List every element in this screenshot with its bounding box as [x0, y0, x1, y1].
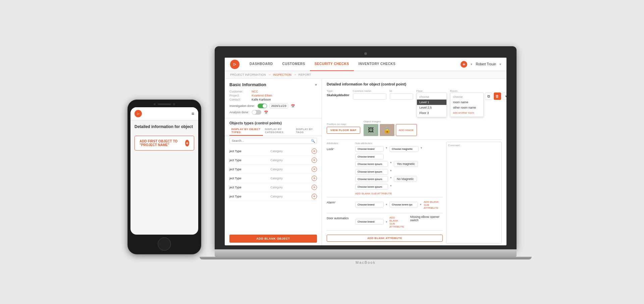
tab-tags[interactable]: DISPLAY BY TAGS — [294, 126, 317, 136]
list-item: ject Type Category + — [229, 192, 317, 201]
add-image-button[interactable]: ADD IMAGE — [396, 124, 417, 136]
investigation-row: Investigation done: 2020/11/23 📅 — [229, 103, 317, 109]
image-thumb-2[interactable]: 🔒 — [380, 124, 394, 136]
floor-option-level25[interactable]: Level 2,5 — [417, 105, 446, 110]
objects-section: Objects types (control points) DISPLAY B… — [225, 118, 322, 245]
expand-icon[interactable]: ▾ — [502, 93, 506, 100]
investigation-toggle[interactable] — [258, 104, 267, 108]
room-option-choose[interactable]: choose — [450, 94, 483, 100]
image-thumb-1[interactable]: 🖼 — [364, 124, 378, 136]
floor-dropdown[interactable]: choose Level 1 Level 2,5 Floor 3 — [417, 93, 447, 117]
alarm-lorem-select[interactable]: Choose lorem ipsum — [389, 202, 418, 207]
phone-home-button[interactable] — [158, 237, 171, 251]
images-row: 🖼 🔒 ADD IMAGE — [364, 124, 417, 136]
phone-camera — [154, 103, 156, 105]
date-field[interactable]: 2020/11/23 — [270, 103, 288, 109]
nav-add-button[interactable]: + — [461, 61, 467, 68]
floor-option-choose[interactable]: choose — [417, 94, 446, 100]
lock-lorem-select3[interactable]: Choose lorem ipsum — [355, 184, 388, 190]
laptop-camera — [364, 52, 367, 55]
basic-info-section: Basic Information ▾ Customer: NCC Projec… — [225, 79, 322, 118]
tab-object-types[interactable]: DISPLAY BY OBJECT TYPES — [229, 126, 263, 136]
list-item: ject Type Category + — [229, 156, 317, 165]
obj-type: ject Type — [229, 149, 241, 153]
analysis-toggle[interactable] — [252, 110, 261, 115]
room-option-other-room[interactable]: other room name — [450, 105, 483, 110]
project-value: Kvarteret Elken — [252, 94, 272, 97]
obj-cat: Category — [270, 168, 283, 171]
floor-option-level1[interactable]: Level 1 — [417, 100, 446, 105]
obj-add-icon[interactable]: + — [312, 148, 317, 154]
phone-logo-icon: ▷ — [135, 110, 142, 117]
nav-customers[interactable]: CUSTOMERS — [278, 58, 310, 71]
common-name-input[interactable] — [353, 94, 386, 100]
calendar-icon[interactable]: 📅 — [291, 104, 295, 108]
attr-name-alarm: Alarm — [327, 199, 352, 204]
obj-add-icon[interactable]: + — [312, 185, 317, 190]
lock-brand3-select[interactable]: Choose lorem ipsum — [355, 169, 388, 175]
floor-map-button[interactable]: VIEW FLOOR MAP — [327, 127, 360, 134]
collapse-icon[interactable]: ▾ — [315, 82, 317, 87]
breadcrumb-report[interactable]: REPORT — [299, 73, 311, 76]
door-comment: Missing elbow opener switch — [410, 215, 443, 222]
tab-categories[interactable]: DISPLAY BY CATEGORIES — [263, 126, 294, 136]
lock-lorem-select2[interactable]: Choose lorem ipsum — [355, 176, 388, 182]
id-input[interactable] — [390, 94, 413, 100]
door-add-sub-attr-link[interactable]: ADD BLANK SUB ATTRIBUTE — [389, 216, 404, 228]
obj-add-icon[interactable]: + — [312, 167, 317, 172]
lock-brand2-select[interactable]: Choose brand — [355, 154, 384, 160]
copy-icon[interactable]: ⧉ — [485, 93, 492, 100]
alarm-sub-attrs: Choose brand ▾ Choose lorem ipsum ▾ — [355, 199, 443, 211]
nav-dashboard[interactable]: DASHBOARD — [245, 58, 278, 71]
phone-add-btn-label: ADD FIRST OBJECT TO "PROJECT NAME" — [140, 139, 182, 147]
add-blank-attribute-button[interactable]: ADD BLANK ATTRIBUTE — [327, 235, 443, 242]
room-label: Room: — [450, 89, 506, 93]
phone-speaker — [158, 104, 171, 105]
obj-add-icon[interactable]: + — [312, 176, 317, 181]
nav-logo-icon[interactable]: ▷ — [230, 60, 239, 69]
add-another-room-link[interactable]: add another room — [450, 110, 483, 115]
room-option-room-name[interactable]: room name — [450, 100, 483, 105]
door-brand-select[interactable]: Choose brand — [355, 219, 384, 225]
lock-sub-attrs: Choose brand ▾ Choose magnetic ▾ — [355, 146, 443, 195]
analysis-calendar-icon[interactable]: 📅 — [264, 111, 268, 114]
floor-option-floor3[interactable]: Floor 3 — [417, 110, 446, 116]
floor-label: Floor: — [417, 89, 447, 93]
alarm-brand-select[interactable]: Choose brand — [355, 202, 384, 207]
breadcrumb-project[interactable]: PROJECT INFORMATION — [230, 73, 266, 76]
attr-row-alarm: Alarm Choose brand ▾ — [327, 199, 443, 211]
contact-label: Contact: — [229, 98, 247, 101]
nav-user-arrow[interactable]: ▾ — [499, 62, 501, 66]
common-name-label: Common name: — [353, 89, 386, 93]
phone-add-first-button[interactable]: ADD FIRST OBJECT TO "PROJECT NAME" + — [135, 136, 194, 150]
navbar: ▷ DASHBOARD CUSTOMERS SECURITY CHECKS IN… — [225, 58, 506, 71]
analysis-row: Analysis done: 📅 — [229, 110, 317, 115]
customer-value: NCC — [252, 90, 258, 93]
phone-menu-icon[interactable]: ≡ — [192, 111, 194, 116]
nav-dropdown-arrow[interactable]: ▾ — [471, 62, 472, 66]
room-dropdown[interactable]: choose room name other room name add ano… — [450, 93, 484, 117]
floor-group: Floor: choose Level 1 Level 2,5 Floor 3 — [417, 89, 447, 117]
phone-front-camera — [173, 103, 175, 105]
alarm-add-sub-attr-link[interactable]: ADD BLANK SUB ATTRIBUTE — [424, 200, 443, 209]
breadcrumb-inspection[interactable]: INSPECTION — [273, 73, 291, 76]
search-input[interactable] — [229, 138, 317, 144]
lock-lorem-chevron3: ▾ — [390, 184, 392, 190]
lock-magnetic-chevron: ▾ — [421, 146, 422, 152]
type-value: Skalskyddsdörr — [327, 94, 350, 97]
nav-inventory-checks[interactable]: INVENTORY CHECKS — [354, 58, 400, 71]
basic-info-header: Basic Information ▾ — [229, 82, 317, 87]
alarm-lorem-chevron: ▾ — [420, 203, 422, 206]
nav-security-checks[interactable]: SECURITY CHECKS — [310, 58, 354, 71]
obj-add-icon[interactable]: + — [312, 158, 317, 163]
main-content: Basic Information ▾ Customer: NCC Projec… — [225, 79, 506, 245]
obj-add-icon[interactable]: + — [312, 194, 317, 199]
project-label: Project: — [229, 94, 247, 97]
add-blank-object-button[interactable]: ADD BLANK OBJECT — [229, 235, 317, 243]
lock-add-sub-attr-link[interactable]: ADD BLANK SUB ATTRIBUTE — [355, 192, 392, 195]
lock-brand-select[interactable]: Choose brand — [355, 146, 384, 152]
lock-magnetic-select[interactable]: Choose magnetic — [389, 146, 419, 152]
delete-icon[interactable]: 🗑 — [494, 93, 501, 100]
lock-lorem-select1[interactable]: Choose lorem ipsum — [355, 161, 388, 167]
laptop-screen: ▷ DASHBOARD CUSTOMERS SECURITY CHECKS IN… — [225, 58, 506, 245]
